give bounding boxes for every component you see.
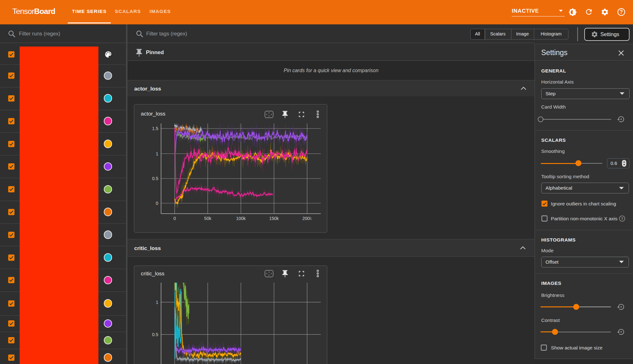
- svg-text:1: 1: [156, 300, 158, 305]
- svg-text:0.5: 0.5: [152, 332, 159, 337]
- svg-text:?: ?: [621, 217, 623, 221]
